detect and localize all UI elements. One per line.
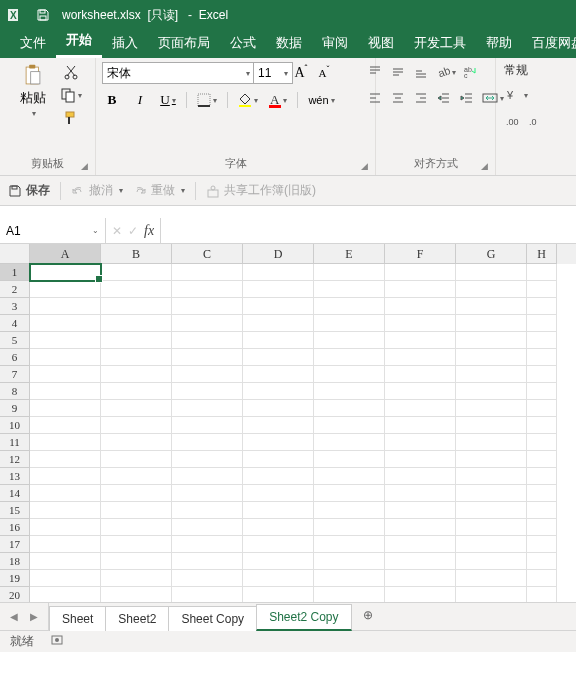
tab-home[interactable]: 开始 xyxy=(56,25,102,58)
cell[interactable] xyxy=(527,519,557,536)
cell[interactable] xyxy=(172,366,243,383)
cell[interactable] xyxy=(456,383,527,400)
cell[interactable] xyxy=(314,519,385,536)
cell[interactable] xyxy=(172,349,243,366)
cell[interactable] xyxy=(314,383,385,400)
column-header[interactable]: C xyxy=(172,244,243,264)
cell[interactable] xyxy=(172,451,243,468)
row-header[interactable]: 9 xyxy=(0,400,30,417)
column-header[interactable]: B xyxy=(101,244,172,264)
cell[interactable] xyxy=(314,587,385,602)
cell[interactable] xyxy=(527,553,557,570)
cell[interactable] xyxy=(314,417,385,434)
cell[interactable] xyxy=(30,587,101,602)
cell[interactable] xyxy=(243,502,314,519)
fx-icon[interactable]: fx xyxy=(144,223,154,239)
cell[interactable] xyxy=(172,315,243,332)
cell[interactable] xyxy=(243,298,314,315)
cell[interactable] xyxy=(30,349,101,366)
cell[interactable] xyxy=(385,366,456,383)
cell[interactable] xyxy=(243,417,314,434)
cell[interactable] xyxy=(314,400,385,417)
row-header[interactable]: 20 xyxy=(0,587,30,602)
phonetic-guide-button[interactable]: wén▾ xyxy=(306,90,336,110)
cell[interactable] xyxy=(314,485,385,502)
tab-formulas[interactable]: 公式 xyxy=(220,28,266,58)
cell[interactable] xyxy=(385,298,456,315)
cell[interactable] xyxy=(172,502,243,519)
dialog-launcher-icon[interactable]: ◢ xyxy=(479,161,489,171)
cell[interactable] xyxy=(527,570,557,587)
cell[interactable] xyxy=(101,570,172,587)
cell[interactable] xyxy=(172,383,243,400)
cell[interactable] xyxy=(172,468,243,485)
align-top-button[interactable] xyxy=(365,62,385,82)
dialog-launcher-icon[interactable]: ◢ xyxy=(79,161,89,171)
increase-indent-button[interactable] xyxy=(457,88,477,108)
row-header[interactable]: 19 xyxy=(0,570,30,587)
cell[interactable] xyxy=(456,519,527,536)
row-header[interactable]: 6 xyxy=(0,349,30,366)
cell[interactable] xyxy=(385,553,456,570)
cell[interactable] xyxy=(527,349,557,366)
cell[interactable] xyxy=(243,400,314,417)
cell[interactable] xyxy=(243,468,314,485)
number-format-label[interactable]: 常规 xyxy=(504,62,528,79)
sheet-tab[interactable]: Sheet xyxy=(49,606,106,631)
cell[interactable] xyxy=(30,553,101,570)
cell[interactable] xyxy=(385,434,456,451)
cell[interactable] xyxy=(101,349,172,366)
cell[interactable] xyxy=(243,264,314,281)
row-header[interactable]: 15 xyxy=(0,502,30,519)
cell[interactable] xyxy=(30,400,101,417)
italic-button[interactable]: I xyxy=(130,90,150,110)
cell[interactable] xyxy=(30,383,101,400)
paste-button[interactable]: 粘贴 ▾ xyxy=(12,62,54,120)
cell[interactable] xyxy=(456,366,527,383)
cell[interactable] xyxy=(243,553,314,570)
copy-button[interactable]: ▾ xyxy=(58,85,84,105)
cell[interactable] xyxy=(456,332,527,349)
cell[interactable] xyxy=(527,264,557,281)
cell[interactable] xyxy=(385,332,456,349)
cell[interactable] xyxy=(314,281,385,298)
cell[interactable] xyxy=(101,536,172,553)
cell[interactable] xyxy=(456,400,527,417)
tab-review[interactable]: 审阅 xyxy=(312,28,358,58)
dropdown-caret-icon[interactable]: ▾ xyxy=(284,69,288,78)
cell[interactable] xyxy=(385,281,456,298)
cell[interactable] xyxy=(172,519,243,536)
row-header[interactable]: 4 xyxy=(0,315,30,332)
cell[interactable] xyxy=(385,587,456,602)
row-header[interactable]: 8 xyxy=(0,383,30,400)
cell[interactable] xyxy=(172,485,243,502)
row-header[interactable]: 1 xyxy=(0,264,30,281)
cell[interactable] xyxy=(385,502,456,519)
cell[interactable] xyxy=(385,349,456,366)
cell[interactable] xyxy=(456,264,527,281)
cell[interactable] xyxy=(101,383,172,400)
fill-color-button[interactable]: ▾ xyxy=(236,90,260,110)
sheet-nav[interactable]: ◀ ▶ xyxy=(0,603,49,630)
cell[interactable] xyxy=(314,332,385,349)
column-header[interactable]: A xyxy=(30,244,101,264)
cell[interactable] xyxy=(243,315,314,332)
font-name-select[interactable] xyxy=(102,62,257,84)
cell[interactable] xyxy=(314,349,385,366)
cell[interactable] xyxy=(314,264,385,281)
column-header[interactable]: H xyxy=(527,244,557,264)
select-all-cell[interactable] xyxy=(0,244,30,264)
tab-insert[interactable]: 插入 xyxy=(102,28,148,58)
name-box-input[interactable] xyxy=(6,224,66,238)
cell[interactable] xyxy=(314,502,385,519)
cell[interactable] xyxy=(385,451,456,468)
cell[interactable] xyxy=(101,264,172,281)
row-header[interactable]: 7 xyxy=(0,366,30,383)
cell[interactable] xyxy=(172,553,243,570)
cell[interactable] xyxy=(101,451,172,468)
row-header[interactable]: 14 xyxy=(0,485,30,502)
cell[interactable] xyxy=(172,587,243,602)
cell[interactable] xyxy=(456,434,527,451)
underline-button[interactable]: U▾ xyxy=(158,90,178,110)
share-workbook-button[interactable]: 共享工作簿(旧版) xyxy=(206,182,316,199)
